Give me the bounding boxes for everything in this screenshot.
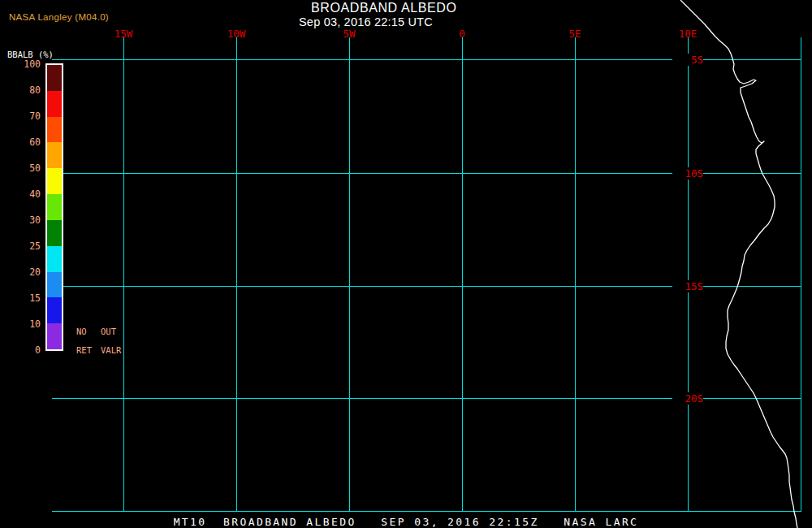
timestamp-subtitle: Sep 03, 2016 22:15 UTC (299, 15, 433, 28)
page-title: BROADBAND ALBEDO (311, 1, 456, 15)
footer-status-text: MT10 BROADBAND ALBEDO SEP 03, 2016 22:15… (0, 516, 812, 528)
coastline-layer (0, 0, 812, 528)
colorbar-title: BBALB (%) (7, 50, 54, 59)
coastline-path (680, 0, 797, 528)
credit-text: NASA Langley (M04.0) (9, 12, 109, 22)
